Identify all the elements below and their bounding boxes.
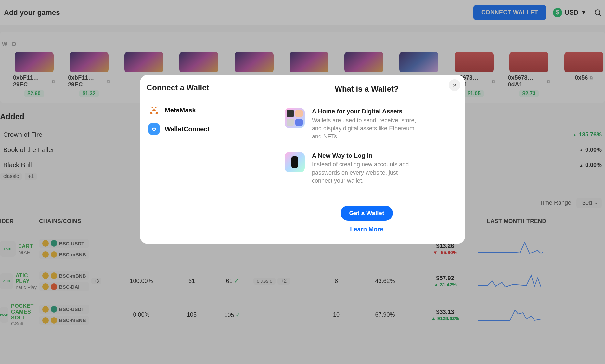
modal-left-panel: Connect a Wallet MetaMask WalletConnect: [140, 75, 268, 244]
modal-overlay[interactable]: Connect a Wallet MetaMask WalletConnect …: [0, 0, 605, 364]
info-body-1: Wallets are used to send, receive, store…: [312, 116, 419, 141]
connect-wallet-modal: Connect a Wallet MetaMask WalletConnect …: [140, 75, 465, 244]
info-title-1: A Home for your Digital Assets: [312, 108, 419, 115]
modal-title: Connect a Wallet: [147, 83, 262, 92]
modal-subtitle: What is a Wallet?: [335, 84, 398, 94]
get-wallet-button[interactable]: Get a Wallet: [341, 206, 393, 221]
info-title-2: A New Way to Log In: [312, 152, 419, 159]
wallet-option-walletconnect[interactable]: WalletConnect: [147, 120, 262, 138]
digital-assets-icon: [285, 108, 305, 128]
walletconnect-icon: [148, 124, 160, 135]
wallet-name: MetaMask: [165, 107, 196, 114]
info-body-2: Instead of creating new accounts and pas…: [312, 161, 419, 185]
wallet-option-metamask[interactable]: MetaMask: [147, 101, 262, 120]
wallet-name: WalletConnect: [165, 125, 210, 133]
learn-more-link[interactable]: Learn More: [350, 226, 383, 233]
modal-right-panel: What is a Wallet? A Home for your Digita…: [268, 75, 465, 244]
close-button[interactable]: [449, 79, 460, 91]
metamask-icon: [148, 105, 160, 116]
login-icon: [285, 152, 305, 172]
